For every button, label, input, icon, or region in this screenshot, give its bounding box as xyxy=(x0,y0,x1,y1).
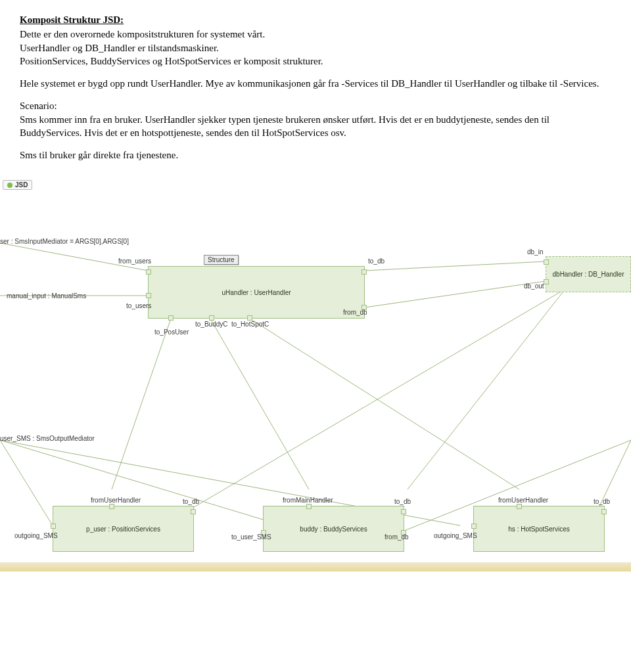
svg-line-10 xyxy=(408,289,565,489)
svg-line-4 xyxy=(112,319,171,489)
port-puser-todb[interactable] xyxy=(191,509,196,514)
document-body: Komposit Struktur JSD: Dette er den over… xyxy=(0,0,631,177)
lbl-puser-out: outgoing_SMS xyxy=(14,532,58,539)
lbl-to-posuser: to_PosUser xyxy=(154,328,189,336)
box-uhandler[interactable]: uHandler : UserHandler xyxy=(148,266,365,319)
structure-button[interactable]: Structure xyxy=(204,255,239,265)
svg-line-3 xyxy=(365,281,546,307)
box-hs-label: hs : HotSpotServices xyxy=(508,526,569,533)
doc-title: Komposit Struktur JSD: xyxy=(20,13,611,26)
box-puser-label: p_user : PositionServices xyxy=(86,526,160,533)
lbl-hs-out: outgoing_SMS xyxy=(434,532,477,539)
svg-line-6 xyxy=(250,319,519,489)
floor-strip xyxy=(0,562,631,571)
ext-sms-output-label: user_SMS : SmsOutputMediator xyxy=(0,435,95,442)
box-buddy[interactable]: buddy : BuddyServices xyxy=(263,506,404,552)
lbl-hs-top: fromUserHandler xyxy=(498,497,548,504)
port-hs-out[interactable] xyxy=(471,524,477,529)
lbl-to-buddyc: to_BuddyC xyxy=(195,321,227,328)
port-to-users[interactable] xyxy=(146,293,151,298)
para-6: Sms kommer inn fra en bruker. UserHandle… xyxy=(20,113,611,140)
lbl-buddy-top: fromMainHandler xyxy=(283,497,333,504)
port-buddy-todb[interactable] xyxy=(401,509,406,514)
lbl-to-users: to_users xyxy=(126,302,151,309)
port-to-hotspotc[interactable] xyxy=(247,315,252,321)
para-3: PositionServices, BuddyServices og HotSp… xyxy=(20,55,611,68)
lbl-buddy-todb: to_db xyxy=(394,498,411,505)
structure-button-label: Structure xyxy=(208,256,235,263)
lbl-from-db-uh: from_db xyxy=(343,309,367,316)
port-from-users[interactable] xyxy=(146,269,151,275)
box-dbhandler-label: dbHandler : DB_Handler xyxy=(553,271,624,278)
tab-status-icon xyxy=(7,183,12,188)
lbl-puser-top: fromUserHandler xyxy=(91,497,141,504)
lbl-db-out: db_out xyxy=(524,282,544,290)
port-to-db-uh[interactable] xyxy=(362,269,367,275)
svg-line-0 xyxy=(0,243,148,271)
box-puser[interactable]: p_user : PositionServices xyxy=(53,506,194,552)
port-hs-todb[interactable] xyxy=(601,509,607,514)
para-4: Hele systemet er bygd opp rundt UserHand… xyxy=(20,77,611,90)
jsd-diagram[interactable]: JSD ser : SmsInputMediator = ARGS[0],ARG… xyxy=(0,177,631,571)
lbl-buddy-usersms: to_user_SMS xyxy=(231,533,271,541)
lbl-hs-todb: to_db xyxy=(594,498,610,505)
para-5: Scenario: xyxy=(20,99,611,112)
port-hs-top[interactable] xyxy=(517,504,522,509)
para-7: Sms til bruker går direkte fra tjenesten… xyxy=(20,148,611,162)
lbl-to-hotspotc: to_HotSpotC xyxy=(231,321,269,328)
manual-input-label: manual_input : ManualSms xyxy=(7,292,86,300)
tab-label: JSD xyxy=(15,181,28,189)
para-2: UserHandler og DB_Handler er tilstandsma… xyxy=(20,41,611,55)
port-buddy-top[interactable] xyxy=(306,504,312,509)
box-hs[interactable]: hs : HotSpotServices xyxy=(473,506,605,552)
ext-sms-input-label: ser : SmsInputMediator = ARGS[0],ARGS[0] xyxy=(0,238,129,245)
box-dbhandler[interactable]: dbHandler : DB_Handler xyxy=(546,256,631,292)
lbl-buddy-fromdb: from_db xyxy=(385,533,409,541)
jsd-tab[interactable]: JSD xyxy=(3,180,32,190)
port-db-in[interactable] xyxy=(544,259,549,265)
lbl-db-in: db_in xyxy=(527,248,543,256)
lbl-to-db-uh: to_db xyxy=(368,258,385,265)
para-1: Dette er den overornede kompositstruktur… xyxy=(20,28,611,41)
svg-line-5 xyxy=(210,319,309,489)
box-buddy-label: buddy : BuddyServices xyxy=(300,526,367,533)
port-puser-top[interactable] xyxy=(109,504,114,509)
port-to-posuser[interactable] xyxy=(168,315,174,321)
lbl-puser-todb: to_db xyxy=(183,498,199,505)
box-uhandler-label: uHandler : UserHandler xyxy=(222,289,291,296)
lbl-from-users: from_users xyxy=(118,258,151,265)
svg-line-2 xyxy=(365,261,546,271)
port-puser-out[interactable] xyxy=(51,524,56,529)
port-db-out[interactable] xyxy=(544,279,549,284)
svg-line-7 xyxy=(0,440,53,526)
port-to-buddyc[interactable] xyxy=(209,315,214,321)
